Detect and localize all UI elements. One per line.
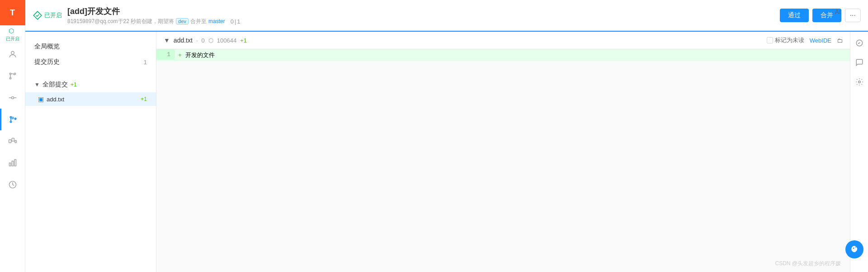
svg-point-8	[10, 116, 11, 118]
diff-line-1: 1 + 开发的文件	[156, 49, 850, 61]
svg-rect-12	[12, 138, 14, 141]
header-left: 已开启 [add]开发文件 819159897@qq.com于22 秒前创建，期…	[33, 6, 241, 25]
nav-history[interactable]: 提交历史 1	[25, 54, 156, 70]
page-header: 已开启 [add]开发文件 819159897@qq.com于22 秒前创建，期…	[25, 0, 868, 32]
svg-rect-13	[15, 140, 16, 143]
sidebar-pipeline-icon[interactable]	[0, 130, 25, 152]
svg-rect-11	[9, 140, 11, 143]
svg-point-9	[10, 121, 11, 122]
webide-button[interactable]: WebIDE	[810, 37, 831, 44]
diff-line-text: + 开发的文件	[175, 49, 850, 61]
history-count: 1	[144, 59, 147, 66]
logo-status-item[interactable]: ⬡ 已开启	[0, 25, 25, 43]
diff-stat-dot: ·	[196, 37, 198, 44]
body-area: « 全局概览 提交历史 1 ▼ 全部提交 +1 ▣ add.txt +1	[25, 32, 868, 272]
nav-overview[interactable]: 全局概览	[25, 39, 156, 54]
repo-logo: 已开启	[33, 10, 62, 20]
file-type-icon: ▣	[38, 95, 44, 103]
diff-stat-diamond: ⬡	[208, 37, 213, 44]
file-name-container: ▣ add.txt	[38, 95, 64, 103]
main-content: 已开启 [add]开发文件 819159897@qq.com于22 秒前创建，期…	[25, 0, 868, 272]
sidebar-commit-icon[interactable]	[0, 87, 25, 109]
right-sidebar-activity-icon[interactable]	[855, 39, 863, 49]
commits-arrow-icon: ▼	[34, 81, 40, 88]
diff-header-right: 标记为未读 WebIDE 🗀	[767, 36, 843, 44]
mark-unread-label: 标记为未读	[775, 36, 804, 44]
bird-icon	[849, 243, 860, 255]
left-panel: « 全局概览 提交历史 1 ▼ 全部提交 +1 ▣ add.txt +1	[25, 32, 156, 272]
svg-rect-16	[9, 163, 10, 166]
header-title-block: [add]开发文件 819159897@qq.com于22 秒前创建，期望将 d…	[67, 6, 241, 25]
diff-content: 1 + 开发的文件	[156, 49, 850, 61]
mark-unread-control[interactable]: 标记为未读	[767, 36, 804, 44]
folder-icon[interactable]: 🗀	[837, 37, 843, 44]
sidebar-analytics-icon[interactable]	[0, 152, 25, 174]
nav-all-commits[interactable]: ▼ 全部提交 +1	[25, 77, 156, 92]
branch-to-label: master	[208, 18, 225, 24]
right-panel: ▼ add.txt · 0 ⬡ 100644 +1 标记为未读 WebIDE 🗀	[156, 32, 850, 272]
file-diff-header: ▼ add.txt · 0 ⬡ 100644 +1 标记为未读 WebIDE 🗀	[156, 32, 850, 49]
gitcode-logo-icon	[33, 10, 42, 20]
svg-point-4	[9, 77, 11, 79]
app-logo[interactable]: T	[0, 0, 25, 25]
svg-point-21	[858, 81, 860, 83]
logo-status-text: 已开启	[6, 36, 19, 42]
diff-stat-0: 0	[202, 37, 205, 44]
left-sidebar: T ⬡ 已开启	[0, 0, 25, 272]
right-sidebar-settings-icon[interactable]	[855, 78, 863, 88]
svg-text:⬡: ⬡	[9, 28, 14, 34]
csdn-bird-logo	[845, 240, 863, 258]
diff-file-name: add.txt	[174, 37, 193, 44]
svg-point-2	[9, 73, 11, 74]
svg-point-1	[11, 51, 14, 54]
sidebar-history-icon[interactable]	[0, 174, 25, 196]
logo-letter: T	[10, 8, 15, 18]
header-subtitle: 819159897@qq.com于22 秒前创建，期望将 dev 合并至 mas…	[67, 18, 241, 25]
logo-branch-icon: ⬡	[9, 27, 17, 35]
diff-added-tag: +1	[240, 37, 247, 44]
svg-point-22	[853, 248, 854, 249]
file-add-tag: +1	[141, 96, 147, 102]
nav-divider	[25, 70, 156, 77]
diff-arrow-icon[interactable]: ▼	[164, 37, 170, 44]
header-actions: 通过 合并 ···	[780, 9, 861, 22]
watermark-text: CSDN @头发超乡的程序媛	[775, 260, 841, 267]
count-1: 1	[237, 18, 240, 25]
commits-tag: +1	[71, 81, 77, 88]
sidebar-mr-icon[interactable]	[0, 109, 25, 130]
page-title: [add]开发文件	[67, 6, 241, 17]
svg-point-5	[11, 97, 14, 99]
sidebar-user-icon[interactable]	[0, 43, 25, 65]
right-sidebar	[850, 32, 868, 272]
logo-status-badge: 已开启	[44, 11, 62, 19]
diff-line-content-text: 开发的文件	[185, 52, 215, 59]
approve-button[interactable]: 通过	[780, 9, 809, 22]
count-0: 0	[231, 18, 234, 25]
unread-checkbox[interactable]	[767, 37, 773, 43]
at-indicator: At	[835, 8, 841, 15]
diff-header-left: ▼ add.txt · 0 ⬡ 100644 +1	[164, 37, 247, 44]
diff-line-number: 1	[156, 49, 175, 60]
more-button[interactable]: ···	[845, 9, 861, 22]
file-name-label: add.txt	[47, 96, 64, 103]
merge-count: 0 | 1	[231, 18, 241, 25]
file-list-item[interactable]: ▣ add.txt +1	[25, 92, 156, 106]
sidebar-branch-icon[interactable]	[0, 65, 25, 87]
right-sidebar-comment-icon[interactable]	[855, 58, 863, 69]
svg-rect-18	[14, 160, 16, 166]
branch-from-tag: dev	[176, 18, 189, 24]
svg-rect-17	[12, 161, 13, 166]
subtitle-text: 819159897@qq.com于22 秒前创建，期望将	[67, 18, 174, 25]
merge-text: 合并至	[190, 18, 207, 25]
diff-stat-hash: 100644	[217, 37, 236, 44]
svg-point-3	[14, 73, 15, 74]
